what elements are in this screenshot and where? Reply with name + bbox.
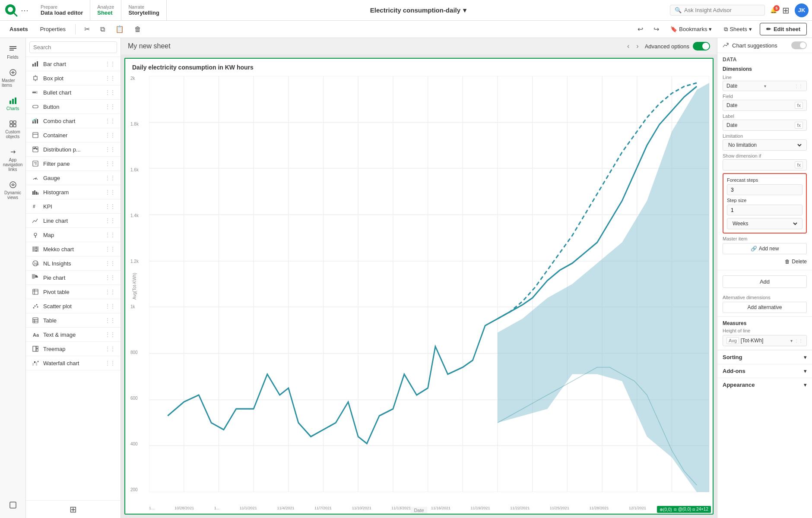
line-dropdown[interactable]: Date ▾ ⋮⋮ xyxy=(723,81,807,91)
sidebar-item-bottom[interactable] xyxy=(0,497,26,513)
chart-item-treemap[interactable]: Treemap ⋮⋮ xyxy=(26,342,121,356)
svg-rect-3 xyxy=(10,46,16,47)
appearance-section[interactable]: Appearance ▾ xyxy=(717,378,812,392)
chart-item-scatter-plot[interactable]: Scatter plot ⋮⋮ xyxy=(26,299,121,313)
prev-arrow[interactable]: ‹ xyxy=(625,41,632,51)
drag-handle-icon[interactable]: ⋮⋮ xyxy=(105,275,115,281)
narrate-section[interactable]: Narrate Storytelling xyxy=(121,0,167,21)
drag-handle-icon[interactable]: ⋮⋮ xyxy=(105,303,115,309)
grid-icon[interactable]: ⊞ xyxy=(782,5,790,16)
paste-button[interactable]: 📋 xyxy=(112,23,127,35)
edit-sheet-button[interactable]: ✏ Edit sheet xyxy=(760,23,807,35)
chart-item-line-chart[interactable]: Line chart ⋮⋮ xyxy=(26,214,121,228)
chart-item-bar-chart[interactable]: Bar chart ⋮⋮ xyxy=(26,57,121,71)
forecast-steps-input[interactable] xyxy=(727,184,802,195)
chart-item-container[interactable]: Container ⋮⋮ xyxy=(26,128,121,142)
weeks-select-row[interactable]: Weeks Days Months xyxy=(727,218,802,229)
chart-suggestions-button[interactable]: Chart suggestions xyxy=(723,42,777,49)
chart-item-histogram[interactable]: Histogram ⋮⋮ xyxy=(26,185,121,199)
chart-item-kpi[interactable]: # KPI ⋮⋮ xyxy=(26,199,121,214)
sidebar-item-charts[interactable]: Charts xyxy=(0,93,25,114)
drag-handle-icon[interactable]: ⋮⋮ xyxy=(105,89,115,95)
chart-item-gauge[interactable]: Gauge ⋮⋮ xyxy=(26,171,121,185)
user-avatar[interactable]: JK xyxy=(795,3,809,17)
drag-handle-icon[interactable]: ⋮⋮ xyxy=(105,61,115,67)
drag-handle-icon[interactable]: ⋮⋮ xyxy=(105,332,115,338)
drag-handle-icon[interactable]: ⋮⋮ xyxy=(105,104,115,110)
drag-handle-icon[interactable]: ⋮⋮ xyxy=(105,360,115,366)
drag-handle-icon[interactable]: ⋮⋮ xyxy=(105,260,115,266)
chart-item-combo-chart[interactable]: Combo chart ⋮⋮ xyxy=(26,114,121,128)
sidebar-item-app-nav-links[interactable]: App navigation links xyxy=(0,144,25,175)
notification-bell[interactable]: 🔔 5 xyxy=(770,7,777,13)
undo-button[interactable]: ↩ xyxy=(634,23,647,35)
step-size-input[interactable] xyxy=(727,205,802,215)
sidebar-item-master-items[interactable]: Master items xyxy=(0,65,25,91)
redo-button[interactable]: ↪ xyxy=(650,23,663,35)
search-input[interactable] xyxy=(684,7,749,13)
chart-suggestions-toggle[interactable] xyxy=(791,41,807,49)
copy-button[interactable]: ⧉ xyxy=(97,24,108,35)
chart-item-nl-insights[interactable]: NL NL Insights ⋮⋮ xyxy=(26,256,121,271)
add-new-button[interactable]: 🔗 Add new xyxy=(723,243,807,254)
show-dim-if-fx-button[interactable]: fx xyxy=(795,161,803,168)
bookmarks-button[interactable]: 🔖 Bookmarks ▾ xyxy=(666,24,716,34)
sidebar-item-fields[interactable]: Fields xyxy=(0,41,25,63)
advanced-options-toggle[interactable] xyxy=(693,42,710,51)
chart-item-filter-pane[interactable]: Filter pane ⋮⋮ xyxy=(26,157,121,171)
analyze-section[interactable]: Analyze Sheet xyxy=(90,0,121,21)
addons-section[interactable]: Add-ons ▾ xyxy=(717,364,812,378)
next-arrow[interactable]: › xyxy=(634,41,641,51)
chart-item-table[interactable]: Table ⋮⋮ xyxy=(26,313,121,328)
svg-rect-10 xyxy=(12,99,14,104)
properties-button[interactable]: Properties xyxy=(36,24,70,34)
drag-handle-icon[interactable]: ⋮⋮ xyxy=(105,161,115,167)
chart-item-box-plot[interactable]: Box plot ⋮⋮ xyxy=(26,71,121,85)
delete-button[interactable]: 🗑 xyxy=(131,24,145,35)
label-fx-button[interactable]: fx xyxy=(795,122,803,129)
drag-handle-icon[interactable]: ⋮⋮ xyxy=(105,218,115,224)
drag-handle-icon[interactable]: ⋮⋮ xyxy=(105,289,115,295)
assets-button[interactable]: Assets xyxy=(5,24,32,34)
step-size-field[interactable] xyxy=(731,207,799,213)
sidebar-item-custom-objects[interactable]: Custom objects xyxy=(0,116,25,142)
charts-search-input[interactable] xyxy=(29,41,117,53)
chart-item-pivot-table[interactable]: Pivot table ⋮⋮ xyxy=(26,285,121,299)
drag-handle-icon[interactable]: ⋮⋮ xyxy=(105,175,115,181)
drag-handle-icon[interactable]: ⋮⋮ xyxy=(105,118,115,124)
add-dimension-button[interactable]: Add xyxy=(723,275,807,288)
chart-item-waterfall[interactable]: Waterfall chart ⋮⋮ xyxy=(26,356,121,370)
chart-item-pie-chart[interactable]: Pie chart ⋮⋮ xyxy=(26,271,121,285)
field-fx-button[interactable]: fx xyxy=(795,102,803,109)
chart-item-button[interactable]: Button ⋮⋮ xyxy=(26,100,121,114)
limitation-dropdown[interactable]: No limitation xyxy=(726,142,803,148)
forecast-steps-field[interactable] xyxy=(731,187,799,193)
drag-handle-icon[interactable]: ⋮⋮ xyxy=(105,189,115,195)
limitation-select[interactable]: No limitation xyxy=(723,139,807,151)
drag-handle-icon[interactable]: ⋮⋮ xyxy=(105,246,115,252)
drag-handle-icon[interactable]: ⋮⋮ xyxy=(105,146,115,152)
app-title[interactable]: Electricity consumption-daily ▾ xyxy=(370,6,466,14)
drag-handle-icon[interactable]: ⋮⋮ xyxy=(105,75,115,81)
drag-handle-icon[interactable]: ⋮⋮ xyxy=(105,346,115,352)
add-alternative-button[interactable]: Add alternative xyxy=(723,302,807,313)
delete-button[interactable]: 🗑 Delete xyxy=(723,257,807,266)
chart-item-bullet-chart[interactable]: Bullet chart ⋮⋮ xyxy=(26,85,121,100)
chart-item-text-image[interactable]: Aa Text & image ⋮⋮ xyxy=(26,328,121,342)
chart-item-distribution[interactable]: Distribution p... ⋮⋮ xyxy=(26,142,121,157)
drag-handle-icon[interactable]: ⋮⋮ xyxy=(105,232,115,238)
sidebar-item-dynamic-views[interactable]: Dynamic views xyxy=(0,177,25,203)
drag-handle-icon[interactable]: ⋮⋮ xyxy=(105,203,115,209)
weeks-dropdown[interactable]: Weeks Days Months xyxy=(731,220,799,227)
chart-item-map[interactable]: Map ⋮⋮ xyxy=(26,228,121,242)
sorting-section[interactable]: Sorting ▾ xyxy=(717,350,812,364)
chart-item-mekko[interactable]: Mekko chart ⋮⋮ xyxy=(26,242,121,256)
insight-advisor-search[interactable]: 🔍 xyxy=(670,5,765,16)
more-options-icon[interactable]: ⋯ xyxy=(21,6,29,15)
drag-handle-icon[interactable]: ⋮⋮ xyxy=(105,132,115,138)
cut-button[interactable]: ✂ xyxy=(81,23,93,35)
prepare-section[interactable]: Prepare Data load editor xyxy=(34,0,90,21)
sheets-button[interactable]: ⧉ Sheets ▾ xyxy=(720,24,756,35)
drag-handle-icon[interactable]: ⋮⋮ xyxy=(105,317,115,323)
add-chart-button[interactable]: ⊞ xyxy=(70,504,77,515)
